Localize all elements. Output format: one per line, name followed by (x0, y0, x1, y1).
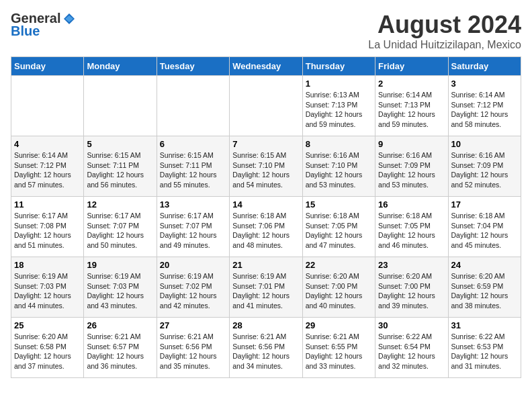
day-info: Sunrise: 6:15 AM Sunset: 7:10 PM Dayligh… (232, 150, 299, 190)
day-number: 23 (378, 260, 445, 270)
day-cell: 18Sunrise: 6:19 AM Sunset: 7:03 PM Dayli… (11, 257, 84, 318)
day-info: Sunrise: 6:21 AM Sunset: 6:56 PM Dayligh… (232, 332, 299, 371)
day-number: 7 (232, 139, 299, 149)
day-info: Sunrise: 6:19 AM Sunset: 7:01 PM Dayligh… (232, 271, 299, 311)
day-number: 20 (160, 260, 226, 270)
day-info: Sunrise: 6:21 AM Sunset: 6:56 PM Dayligh… (160, 332, 226, 371)
calendar-table: SundayMondayTuesdayWednesdayThursdayFrid… (11, 56, 521, 378)
day-number: 22 (306, 260, 372, 270)
day-info: Sunrise: 6:17 AM Sunset: 7:07 PM Dayligh… (160, 211, 226, 250)
header-sunday: Sunday (11, 57, 84, 76)
day-number: 2 (378, 79, 445, 89)
day-cell: 12Sunrise: 6:17 AM Sunset: 7:07 PM Dayli… (84, 197, 157, 257)
day-info: Sunrise: 6:17 AM Sunset: 7:07 PM Dayligh… (87, 211, 153, 250)
day-cell: 20Sunrise: 6:19 AM Sunset: 7:02 PM Dayli… (157, 257, 229, 318)
day-cell: 1Sunrise: 6:13 AM Sunset: 7:13 PM Daylig… (302, 76, 375, 136)
day-cell: 23Sunrise: 6:20 AM Sunset: 7:00 PM Dayli… (375, 257, 448, 318)
day-number: 25 (14, 320, 81, 330)
week-row-2: 4Sunrise: 6:14 AM Sunset: 7:12 PM Daylig… (11, 136, 521, 197)
main-title: August 2024 (368, 11, 521, 39)
day-number: 6 (160, 139, 226, 149)
day-cell: 10Sunrise: 6:16 AM Sunset: 7:09 PM Dayli… (448, 136, 521, 197)
day-cell: 3Sunrise: 6:14 AM Sunset: 7:12 PM Daylig… (448, 76, 521, 136)
day-number: 1 (306, 79, 372, 89)
day-cell: 11Sunrise: 6:17 AM Sunset: 7:08 PM Dayli… (11, 197, 84, 257)
day-number: 13 (160, 199, 226, 210)
day-info: Sunrise: 6:20 AM Sunset: 6:59 PM Dayligh… (451, 271, 518, 311)
day-info: Sunrise: 6:18 AM Sunset: 7:06 PM Dayligh… (232, 211, 299, 250)
day-cell: 28Sunrise: 6:21 AM Sunset: 6:56 PM Dayli… (230, 318, 302, 378)
day-info: Sunrise: 6:18 AM Sunset: 7:05 PM Dayligh… (378, 211, 445, 250)
day-cell: 8Sunrise: 6:16 AM Sunset: 7:10 PM Daylig… (302, 136, 375, 197)
header-friday: Friday (375, 57, 448, 76)
header-wednesday: Wednesday (230, 57, 302, 76)
day-info: Sunrise: 6:16 AM Sunset: 7:09 PM Dayligh… (378, 150, 445, 190)
day-number: 14 (232, 199, 299, 210)
day-info: Sunrise: 6:18 AM Sunset: 7:04 PM Dayligh… (451, 211, 518, 250)
day-cell: 22Sunrise: 6:20 AM Sunset: 7:00 PM Dayli… (302, 257, 375, 318)
logo-icon (62, 12, 76, 26)
sub-title: La Unidad Huitzizilapan, Mexico (368, 39, 521, 51)
day-cell (230, 76, 302, 136)
day-cell: 25Sunrise: 6:20 AM Sunset: 6:58 PM Dayli… (11, 318, 84, 378)
day-info: Sunrise: 6:21 AM Sunset: 6:55 PM Dayligh… (306, 332, 372, 371)
day-cell: 15Sunrise: 6:18 AM Sunset: 7:05 PM Dayli… (302, 197, 375, 257)
day-cell: 21Sunrise: 6:19 AM Sunset: 7:01 PM Dayli… (230, 257, 302, 318)
day-info: Sunrise: 6:21 AM Sunset: 6:57 PM Dayligh… (87, 332, 153, 371)
day-cell (84, 76, 157, 136)
day-info: Sunrise: 6:14 AM Sunset: 7:12 PM Dayligh… (451, 90, 518, 130)
day-cell: 26Sunrise: 6:21 AM Sunset: 6:57 PM Dayli… (84, 318, 157, 378)
day-number: 24 (451, 260, 518, 270)
week-row-3: 11Sunrise: 6:17 AM Sunset: 7:08 PM Dayli… (11, 197, 521, 257)
day-info: Sunrise: 6:16 AM Sunset: 7:09 PM Dayligh… (451, 150, 518, 190)
day-number: 9 (378, 139, 445, 149)
day-cell: 5Sunrise: 6:15 AM Sunset: 7:11 PM Daylig… (84, 136, 157, 197)
week-row-4: 18Sunrise: 6:19 AM Sunset: 7:03 PM Dayli… (11, 257, 521, 318)
day-number: 31 (451, 320, 518, 330)
week-row-1: 1Sunrise: 6:13 AM Sunset: 7:13 PM Daylig… (11, 76, 521, 136)
day-cell: 4Sunrise: 6:14 AM Sunset: 7:12 PM Daylig… (11, 136, 84, 197)
day-cell: 14Sunrise: 6:18 AM Sunset: 7:06 PM Dayli… (230, 197, 302, 257)
day-info: Sunrise: 6:19 AM Sunset: 7:02 PM Dayligh… (160, 271, 226, 311)
day-number: 21 (232, 260, 299, 270)
day-info: Sunrise: 6:17 AM Sunset: 7:08 PM Dayligh… (14, 211, 81, 250)
day-number: 11 (14, 199, 81, 210)
day-number: 27 (160, 320, 226, 330)
day-number: 17 (451, 199, 518, 210)
logo-blue: Blue (11, 24, 40, 39)
day-info: Sunrise: 6:19 AM Sunset: 7:03 PM Dayligh… (87, 271, 153, 311)
day-info: Sunrise: 6:15 AM Sunset: 7:11 PM Dayligh… (87, 150, 153, 190)
day-cell: 16Sunrise: 6:18 AM Sunset: 7:05 PM Dayli… (375, 197, 448, 257)
day-number: 3 (451, 79, 518, 89)
day-cell: 7Sunrise: 6:15 AM Sunset: 7:10 PM Daylig… (230, 136, 302, 197)
day-cell: 30Sunrise: 6:22 AM Sunset: 6:54 PM Dayli… (375, 318, 448, 378)
day-info: Sunrise: 6:13 AM Sunset: 7:13 PM Dayligh… (306, 90, 372, 130)
day-number: 10 (451, 139, 518, 149)
header-saturday: Saturday (448, 57, 521, 76)
header-thursday: Thursday (302, 57, 375, 76)
day-info: Sunrise: 6:22 AM Sunset: 6:53 PM Dayligh… (451, 332, 518, 371)
day-info: Sunrise: 6:20 AM Sunset: 6:58 PM Dayligh… (14, 332, 81, 371)
day-cell (157, 76, 229, 136)
day-number: 28 (232, 320, 299, 330)
day-info: Sunrise: 6:19 AM Sunset: 7:03 PM Dayligh… (14, 271, 81, 311)
day-cell: 27Sunrise: 6:21 AM Sunset: 6:56 PM Dayli… (157, 318, 229, 378)
day-info: Sunrise: 6:14 AM Sunset: 7:13 PM Dayligh… (378, 90, 445, 130)
day-cell (11, 76, 84, 136)
day-number: 26 (87, 320, 153, 330)
logo: General Blue (11, 11, 77, 39)
day-cell: 17Sunrise: 6:18 AM Sunset: 7:04 PM Dayli… (448, 197, 521, 257)
day-cell: 19Sunrise: 6:19 AM Sunset: 7:03 PM Dayli… (84, 257, 157, 318)
day-cell: 9Sunrise: 6:16 AM Sunset: 7:09 PM Daylig… (375, 136, 448, 197)
day-number: 4 (14, 139, 81, 149)
day-number: 18 (14, 260, 81, 270)
header-tuesday: Tuesday (157, 57, 229, 76)
day-cell: 6Sunrise: 6:15 AM Sunset: 7:11 PM Daylig… (157, 136, 229, 197)
header-row: SundayMondayTuesdayWednesdayThursdayFrid… (11, 57, 521, 76)
day-info: Sunrise: 6:16 AM Sunset: 7:10 PM Dayligh… (306, 150, 372, 190)
day-number: 19 (87, 260, 153, 270)
day-info: Sunrise: 6:15 AM Sunset: 7:11 PM Dayligh… (160, 150, 226, 190)
day-cell: 29Sunrise: 6:21 AM Sunset: 6:55 PM Dayli… (302, 318, 375, 378)
day-number: 15 (306, 199, 372, 210)
day-info: Sunrise: 6:22 AM Sunset: 6:54 PM Dayligh… (378, 332, 445, 371)
